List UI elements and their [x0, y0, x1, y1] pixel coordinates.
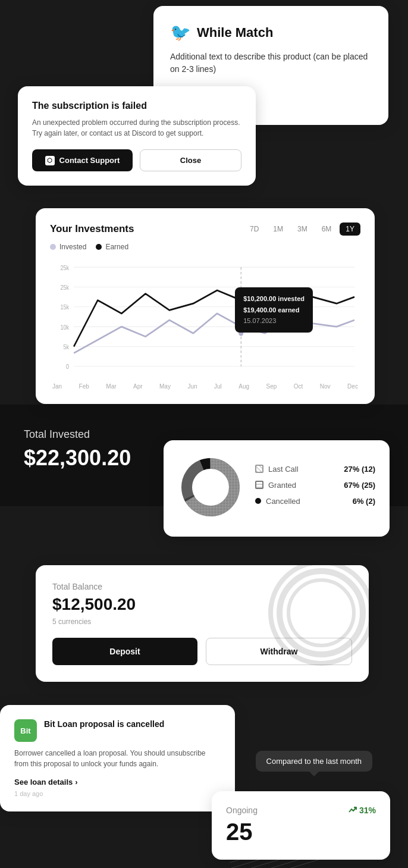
- svg-text:25k: 25k: [61, 264, 70, 271]
- chart-svg: 25k 25k 15k 10k 5k 0: [50, 261, 360, 380]
- deposit-button[interactable]: Deposit: [52, 638, 197, 665]
- subscription-failed-card: The subscription is failed An unexpected…: [18, 86, 256, 186]
- donut-item-cancelled: Cancelled 6% (2): [255, 497, 375, 506]
- granted-icon: [255, 481, 263, 489]
- discord-icon: ⬡: [45, 156, 55, 165]
- subscription-description: An unexpected problem occurred during th…: [32, 117, 241, 139]
- cancelled-icon: [255, 498, 261, 504]
- chevron-right-icon: ›: [75, 778, 77, 786]
- svg-point-13: [238, 297, 243, 303]
- trending-up-icon: [349, 806, 357, 814]
- filter-1m[interactable]: 1M: [267, 223, 289, 236]
- while-match-icon: 🐦: [170, 23, 191, 42]
- donut-card: Last Call 27% (12) Granted 67% (25) Canc…: [164, 440, 390, 537]
- balance-card: Total Balance $12,500.20 5 currencies De…: [36, 565, 369, 682]
- subscription-title: The subscription is failed: [32, 101, 241, 111]
- earned-dot: [96, 244, 102, 250]
- lastcall-value: 27% (12): [344, 465, 375, 474]
- while-match-description: Additional text to describe this product…: [170, 51, 372, 76]
- notification-time: 1 day ago: [14, 790, 221, 797]
- notification-icon: Bit: [14, 719, 37, 742]
- svg-text:10k: 10k: [61, 324, 70, 331]
- svg-text:25k: 25k: [61, 284, 70, 291]
- contact-support-button[interactable]: ⬡ Contact Support: [32, 149, 133, 171]
- invested-dot: [50, 244, 56, 250]
- svg-point-32: [288, 580, 354, 645]
- donut-item-lastcall: Last Call 27% (12): [255, 465, 375, 474]
- chart-legend: Invested Earned: [50, 243, 360, 251]
- time-filters: 7D 1M 3M 6M 1Y: [244, 223, 360, 236]
- filter-7d[interactable]: 7D: [244, 223, 265, 236]
- ongoing-card: Ongoing 31% 25: [212, 791, 390, 860]
- ongoing-pct: 31%: [349, 806, 376, 815]
- cancelled-label: Cancelled: [266, 497, 300, 506]
- legend-invested: Invested: [50, 243, 86, 251]
- while-match-title: While Match: [197, 25, 273, 40]
- svg-text:5k: 5k: [64, 343, 70, 350]
- see-loan-details-link[interactable]: See loan details ›: [14, 778, 221, 786]
- donut-legend: Last Call 27% (12) Granted 67% (25) Canc…: [255, 465, 375, 513]
- svg-text:0: 0: [66, 364, 69, 371]
- notification-title: Bit Loan proposal is cancelled: [44, 719, 164, 729]
- filter-1y[interactable]: 1Y: [340, 223, 360, 236]
- donut-chart: [178, 455, 243, 522]
- lastcall-label: Last Call: [268, 465, 299, 474]
- notification-body: Borrower cancelled a loan proposal. You …: [14, 748, 221, 769]
- filter-6m[interactable]: 6M: [316, 223, 338, 236]
- chart-area: 25k 25k 15k 10k 5k 0 $10,200.00 invested…: [50, 261, 360, 380]
- ongoing-label: Ongoing: [226, 806, 258, 815]
- ongoing-value: 25: [226, 819, 376, 845]
- investments-title: Your Investments: [50, 223, 134, 235]
- compared-tooltip: Compared to the last month: [256, 751, 372, 772]
- balance-arc-svg: [262, 565, 369, 672]
- notification-card: Bit Bit Loan proposal is cancelled Borro…: [0, 705, 235, 811]
- close-button[interactable]: Close: [140, 149, 241, 171]
- investments-card: Your Investments 7D 1M 3M 6M 1Y Invested…: [36, 208, 375, 404]
- lastcall-icon: [255, 465, 263, 473]
- granted-value: 67% (25): [344, 481, 375, 490]
- granted-label: Granted: [268, 481, 296, 490]
- filter-3m[interactable]: 3M: [291, 223, 313, 236]
- donut-item-granted: Granted 67% (25): [255, 481, 375, 490]
- svg-point-14: [238, 331, 243, 336]
- total-invested-label: Total Invested: [24, 428, 384, 441]
- svg-text:15k: 15k: [61, 304, 70, 311]
- legend-earned: Earned: [96, 243, 128, 251]
- x-axis-labels: Jan Feb Mar Apr May Jun Jul Aug Sep Oct …: [50, 383, 360, 390]
- cancelled-value: 6% (2): [353, 497, 375, 506]
- svg-point-30: [280, 571, 363, 654]
